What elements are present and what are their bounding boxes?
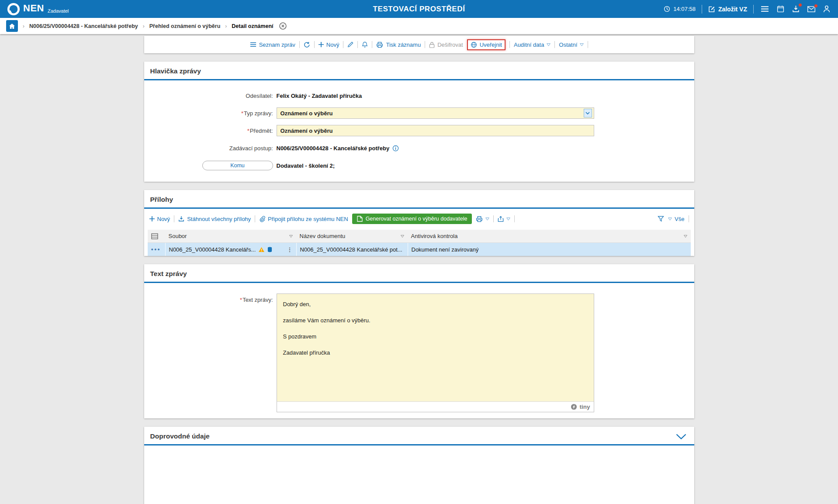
antivirova-kontrola-value: Dokument není zavirovaný [412, 246, 479, 253]
toolbar-divider [588, 41, 588, 48]
column-header-soubor[interactable]: Soubor [165, 230, 296, 242]
attachments-table: Soubor Název dokumentu Antivirová kontro… [148, 230, 691, 256]
toolbar-divider [514, 215, 515, 222]
messages-button[interactable] [807, 5, 816, 13]
tisk-zaznamu-label: Tisk záznamu [386, 41, 421, 48]
pripojit-prilohu-button[interactable]: Připojit přílohu ze systému NEN [259, 216, 348, 222]
breadcrumb-chevron: › [225, 23, 227, 29]
funnel-icon [658, 216, 664, 222]
tisk-zaznamu-button[interactable]: Tisk záznamu [376, 41, 421, 48]
section-title: Text zprávy [150, 270, 187, 278]
home-icon [9, 23, 15, 29]
soubor-cell[interactable]: N006_25_V00004428 Kancelářs... [165, 243, 296, 256]
plus-icon [149, 216, 155, 221]
close-icon [279, 22, 287, 30]
uverejnit-button[interactable]: Uveřejnit [471, 41, 502, 48]
user-profile-button[interactable] [822, 4, 831, 14]
column-filter-icon[interactable] [401, 235, 404, 238]
vse-filter-button[interactable]: Vše [668, 216, 684, 222]
clock-icon [664, 6, 670, 12]
content-column: Seznam zpráv Nový [144, 34, 694, 504]
pencil-icon [347, 41, 353, 48]
komu-button[interactable]: Komu [202, 161, 273, 170]
hamburger-icon [761, 6, 769, 12]
antivirova-kontrola-cell[interactable]: Dokument není zavirovaný [408, 243, 691, 256]
column-settings-cell[interactable] [148, 230, 165, 242]
column-filter-icon[interactable] [289, 235, 293, 238]
close-tab-button[interactable] [279, 22, 287, 30]
breadcrumb-item-overview[interactable]: Přehled oznámení o výběru [149, 23, 221, 29]
attachment-novy-button[interactable]: Nový [149, 216, 170, 222]
novy-label: Nový [326, 41, 339, 48]
table-columns-icon [151, 233, 158, 239]
field-row-odesilatel: Odesílatel: Felix Okátý - Zadavatel přír… [144, 90, 694, 101]
novy-button[interactable]: Nový [319, 41, 339, 48]
section-header: Doprovodné údaje [144, 427, 694, 444]
column-label: Soubor [169, 233, 187, 239]
chevron-down-icon [485, 217, 489, 221]
field-row-predmet: *Předmět: [144, 125, 694, 136]
person-icon [823, 5, 830, 13]
chevron-down-icon [547, 43, 551, 46]
notifications-button[interactable] [362, 41, 368, 48]
breadcrumb-item-procedure[interactable]: N006/25/V00004428 - Kancelářské potřeby [29, 23, 138, 29]
section-title: Hlavička zprávy [150, 67, 201, 75]
breadcrumb-item-current: Detail oznámení [232, 23, 273, 29]
row-menu-icon: ●●● [151, 247, 161, 252]
section-text-zpravy: Text zprávy *Text zprávy: Dobrý den, zas… [144, 264, 694, 418]
column-label: Antivirová kontrola [411, 233, 458, 239]
top-bar: NEN Zadavatel TESTOVACÍ PROSTŘEDÍ 14:07:… [0, 0, 838, 18]
predmet-label: *Předmět: [144, 128, 277, 134]
signature-icon[interactable] [267, 247, 272, 252]
toolbar-divider [554, 41, 555, 48]
menu-button[interactable] [760, 5, 770, 13]
home-button[interactable] [6, 20, 18, 32]
stahnout-prilohy-button[interactable]: Stáhnout všechny přílohy [178, 216, 251, 222]
row-menu-cell[interactable]: ●●● [148, 243, 165, 256]
breadcrumb: › N006/25/V00004428 - Kancelářské potřeb… [0, 18, 838, 34]
attachment-row[interactable]: ●●● N006_25_V00004428 Kancelářs... [148, 243, 691, 256]
typ-zpravy-value: Oznámení o výběru [280, 110, 333, 117]
column-filter-icon[interactable] [684, 235, 687, 238]
chevron-down-icon [676, 434, 686, 439]
generovat-oznameni-label: Generovat oznámení o výběru dodavatele [366, 216, 467, 222]
predmet-input[interactable] [277, 125, 594, 136]
column-header-nazev-dokumentu[interactable]: Název dokumentu [296, 230, 408, 242]
filter-button[interactable] [658, 216, 664, 222]
edit-button[interactable] [347, 41, 353, 48]
calendar-button[interactable] [776, 4, 785, 14]
ostatni-button[interactable]: Ostatní [559, 41, 584, 48]
collapse-section-button[interactable] [674, 433, 688, 440]
auditni-data-button[interactable]: Auditní data [514, 41, 551, 48]
required-marker: * [241, 110, 243, 117]
message-paragraph: Dobrý den, [283, 301, 588, 307]
refresh-button[interactable] [304, 41, 310, 48]
rich-text-editor: Dobrý den, zasíláme Vám oznámení o výběr… [277, 293, 594, 412]
zadavaci-postup-label: Zadávací postup: [144, 145, 277, 152]
column-header-antivirova-kontrola[interactable]: Antivirová kontrola [408, 230, 691, 242]
chevron-down-icon [668, 217, 672, 221]
cell-more-icon[interactable]: ⋮ [287, 246, 293, 253]
topbar-divider [702, 5, 702, 14]
export-menu-button[interactable] [498, 216, 510, 222]
breadcrumb-chevron: › [23, 23, 24, 29]
generovat-oznameni-button[interactable]: Generovat oznámení o výběru dodavatele [352, 214, 472, 224]
environment-title: TESTOVACÍ PROSTŘEDÍ [373, 5, 465, 14]
seznam-zprav-button[interactable]: Seznam zpráv [250, 41, 295, 48]
select-dropdown-button[interactable] [584, 109, 592, 117]
message-paragraph: Zadavatel příručka [283, 349, 588, 356]
typ-zpravy-select[interactable]: Oznámení o výběru [277, 107, 594, 119]
text-zpravy-textarea[interactable]: Dobrý den, zasíláme Vám oznámení o výběr… [277, 294, 594, 401]
zadavaci-postup-value: N006/25/V00004428 - Kancelářské potřeby [277, 145, 390, 152]
warning-icon[interactable] [258, 247, 265, 252]
toolbar-divider [174, 215, 174, 222]
messages-badge [814, 4, 818, 8]
printer-icon [376, 41, 383, 48]
info-icon[interactable] [392, 145, 399, 152]
breadcrumb-chevron: › [143, 23, 145, 29]
zalozit-vz-button[interactable]: Založit VZ [708, 6, 747, 13]
nazev-dokumentu-cell[interactable]: N006_25_V00004428 Kancelářské pot... [296, 243, 408, 256]
downloads-button[interactable] [791, 4, 800, 14]
nen-logo-brand[interactable]: NEN Zadavatel [7, 3, 69, 16]
print-menu-button[interactable] [476, 216, 489, 222]
